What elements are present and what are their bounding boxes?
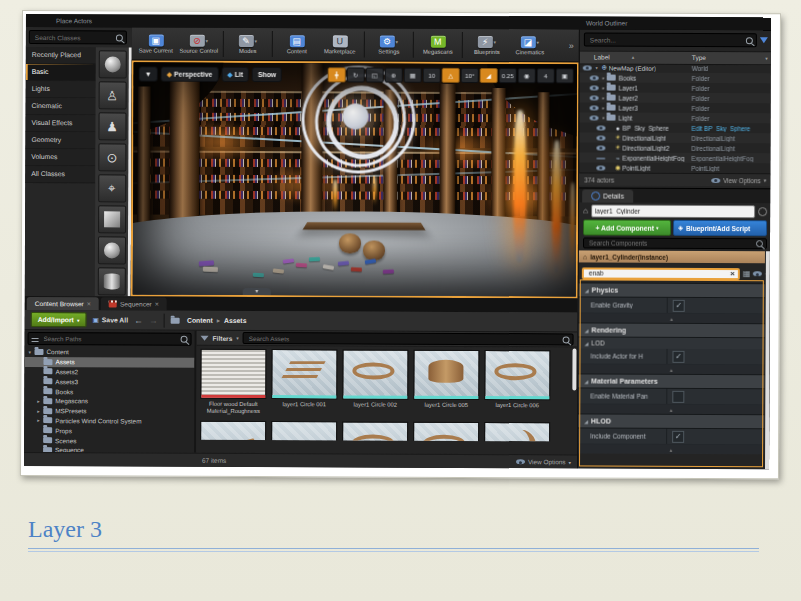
asset-tile-row2-5[interactable] [484,422,550,441]
sidebar-item-cinematic[interactable]: Cinematic [26,98,96,115]
toolbar-button-marketplace[interactable]: UMarketplace [319,29,361,59]
toolbar-button-modes[interactable]: ✎▾Modes [227,29,269,59]
search-components-input[interactable] [587,238,753,248]
asset-tile-row2-4[interactable] [413,422,479,442]
scale-snap-value[interactable]: 0.25 [499,68,517,83]
sphere-asset-icon[interactable] [98,50,126,78]
visibility-eye-icon[interactable] [590,103,599,112]
visibility-eye-icon[interactable] [596,163,605,172]
outliner-search-field[interactable] [584,32,757,47]
sphere-icon[interactable] [97,236,125,264]
sidebar-item-basic[interactable]: Basic [26,64,96,81]
world-outliner-tab[interactable]: World Outliner [586,19,627,26]
search-classes-field[interactable] [29,30,127,44]
asset-tile-row2-2[interactable] [271,421,337,441]
outliner-filter-icon[interactable] [760,37,768,43]
cube-icon[interactable] [98,205,126,233]
tab-sequencer[interactable]: Sequencer× [101,297,167,310]
search-paths-field[interactable] [28,332,192,346]
asset-tile-layer1-circle-001[interactable]: layer1 Circle 001 [271,349,337,416]
checkbox-enable-gravity[interactable]: ✓ [673,299,685,311]
search-components-field[interactable] [583,237,767,249]
details-section-physics[interactable]: ◢Physics [579,282,765,298]
player-start-icon[interactable]: ♙ [98,81,126,109]
visibility-eye-icon[interactable] [590,83,599,92]
sidebar-item-geometry[interactable]: Geometry [25,132,95,149]
rotation-snap-value[interactable]: 10° [461,68,479,83]
back-button[interactable]: ← [134,315,143,325]
rotate-tool-button[interactable]: ↻ [347,67,365,82]
search-assets-input[interactable] [247,333,560,343]
filter-funnel-icon[interactable] [201,335,209,340]
viewport[interactable]: ▼◆Perspective◆LitShow ╋↻◱⊕▦10△10°◢0.25◉4… [131,60,579,298]
view-options-button[interactable]: View Options ▾ [516,457,577,466]
camera-speed-value[interactable]: 4 [537,68,555,83]
forward-button[interactable]: → [149,315,158,325]
search-assets-field[interactable] [243,332,574,345]
scale-tool-button[interactable]: ◱ [366,68,384,83]
visibility-eye-icon[interactable] [596,153,605,162]
sidebar-item-recently-placed[interactable]: Recently Placed [26,47,96,64]
section-splitter[interactable]: ▴ [578,444,764,454]
asset-tile-row2-1[interactable] [200,421,266,442]
asset-grid-scrollbar[interactable] [572,348,576,390]
toolbar-button-settings[interactable]: ⚙▾Settings [368,30,410,60]
lit-button[interactable]: ◆Lit [221,67,249,82]
point-light-icon[interactable]: ⊙ [98,143,126,171]
filters-button[interactable]: Filters [213,334,233,341]
toolbar-button-source-control[interactable]: ⊘▾Source Control [178,29,220,59]
checkbox-include-actor-for-h[interactable]: ✓ [672,350,684,362]
add-component-button[interactable]: + Add Component ▾ [583,219,671,235]
toolbar-button-cinematics[interactable]: ◪▾Cinematics [509,30,551,60]
sidebar-item-visual-effects[interactable]: Visual Effects [25,115,95,132]
asset-tile-layer1-circle-005[interactable]: layer1 Circle 005 [413,350,479,417]
show-button[interactable]: Show [252,67,282,82]
outliner-row-type[interactable]: Edit BP_Sky_Sphere [691,124,769,131]
details-section-lod[interactable]: ◢LOD [579,337,765,349]
toolbar-button-blueprints[interactable]: ⚡▾Blueprints [466,30,508,60]
outliner-view-options-button[interactable]: View Options ▾ [711,176,766,185]
tab-details[interactable]: Details [582,189,633,202]
asset-tile-layer1-circle-002[interactable]: layer1 Circle 002 [342,349,408,416]
add-import-button[interactable]: Add/Import ▾ [31,312,87,327]
asset-tile-layer1-circle-006[interactable]: layer1 Circle 006 [484,350,550,417]
visibility-eye-icon[interactable] [596,133,605,142]
lock-icon[interactable] [758,207,767,216]
rotation-snap-button[interactable]: △ [442,68,460,83]
target-point-icon[interactable]: ⌖ [98,174,126,202]
details-section-rendering[interactable]: ◢Rendering [579,322,765,338]
checkbox-include-component[interactable]: ✓ [672,430,684,442]
search-classes-input[interactable] [33,33,114,42]
close-icon[interactable]: × [155,301,159,308]
clear-filter-icon[interactable]: × [730,269,735,278]
sidebar-item-volumes[interactable]: Volumes [25,149,95,166]
asset-tile-row2-3[interactable] [342,421,408,441]
character-icon[interactable]: ♟ [98,112,126,140]
place-actors-tab[interactable]: Place Actors [56,17,92,24]
viewport-collapse-handle[interactable]: ▾ [243,288,271,295]
details-section-material-parameters[interactable]: ◢Material Parameters [578,373,764,389]
toolbar-button-megascans[interactable]: MMegascans [417,30,459,60]
camera-speed-button[interactable]: ◉ [518,68,536,83]
toolbar-button-content[interactable]: ▤Content [276,29,318,59]
sidebar-item-all-classes[interactable]: All Classes [25,166,95,183]
toolbar-overflow-button[interactable]: » [567,40,576,50]
world-local-toggle[interactable]: ⊕ [385,68,403,83]
perspective-button[interactable]: ◆Perspective [161,67,219,82]
visibility-eye-icon[interactable] [590,73,599,82]
breadcrumb-assets[interactable]: Assets [224,317,246,324]
details-scrollbar[interactable] [765,251,771,469]
details-filter-input[interactable] [587,268,730,278]
scale-snap-button[interactable]: ◢ [480,68,498,83]
eye-icon[interactable] [753,269,762,278]
visibility-eye-icon[interactable] [583,63,592,72]
maximize-viewport-button[interactable]: ▣ [556,68,574,83]
visibility-eye-icon[interactable] [590,93,599,102]
breadcrumb-content[interactable]: Content [187,317,213,324]
sources-toggle-icon[interactable] [32,336,39,342]
surface-snap-button[interactable]: ▦ [404,68,422,83]
close-icon[interactable]: × [87,300,91,307]
toolbar-button-save-current[interactable]: ▣Save Current [135,28,177,58]
grid-view-icon[interactable]: ▦ [743,269,751,278]
cylinder-icon[interactable] [97,267,125,295]
